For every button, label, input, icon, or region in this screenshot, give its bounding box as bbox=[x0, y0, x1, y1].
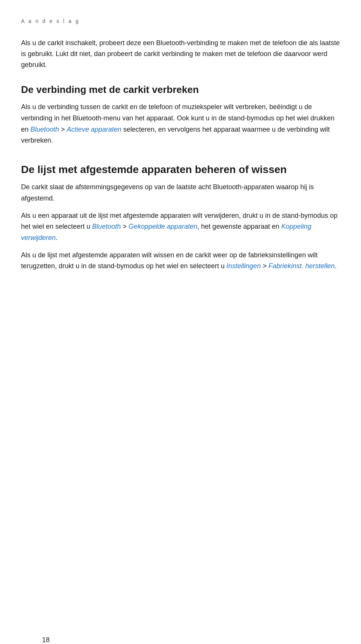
para4-part3: , het gewenste apparaat en bbox=[197, 223, 281, 230]
body-paragraph-4: Als u een apparaat uit de lijst met afge… bbox=[21, 210, 340, 244]
link-instellingen: Instellingen bbox=[226, 262, 261, 270]
body-paragraph-5: Als u de lijst met afgestemde apparaten … bbox=[21, 250, 340, 272]
intro-paragraph-1: Als u de carkit inschakelt, probeert dez… bbox=[21, 38, 340, 70]
page-number: 18 bbox=[42, 636, 50, 644]
link-bluetooth-1: Bluetooth bbox=[30, 126, 59, 133]
body-paragraph-3: De carkit slaat de afstemmingsgegevens o… bbox=[21, 182, 340, 204]
link-bluetooth-2: Bluetooth bbox=[92, 223, 121, 230]
page-wrapper: A a n d e s l a g Als u de carkit inscha… bbox=[21, 18, 340, 644]
link-actieve-apparaten: Actieve apparaten bbox=[67, 126, 121, 133]
link-gekoppelde-apparaten: Gekoppelde apparaten bbox=[129, 223, 197, 230]
para5-part3: . bbox=[335, 262, 337, 270]
para2-part2: > bbox=[59, 126, 67, 133]
link-fabriekinst-herstellen: Fabriekinst. herstellen bbox=[268, 262, 335, 270]
para4-part2: > bbox=[121, 223, 129, 230]
header-label: A a n d e s l a g bbox=[21, 18, 80, 24]
para5-part2: > bbox=[261, 262, 268, 270]
intro-text-1: Als u de carkit inschakelt, probeert dez… bbox=[21, 39, 340, 68]
section-heading-2: De lijst met afgestemde apparaten behere… bbox=[21, 163, 340, 176]
body-paragraph-2: Als u de verbinding tussen de carkit en … bbox=[21, 102, 340, 146]
para4-part4: . bbox=[56, 234, 58, 242]
section-heading-1: De verbinding met de carkit verbreken bbox=[21, 84, 340, 96]
page-header: A a n d e s l a g bbox=[21, 18, 340, 24]
para3-text: De carkit slaat de afstemmingsgegevens o… bbox=[21, 183, 314, 202]
